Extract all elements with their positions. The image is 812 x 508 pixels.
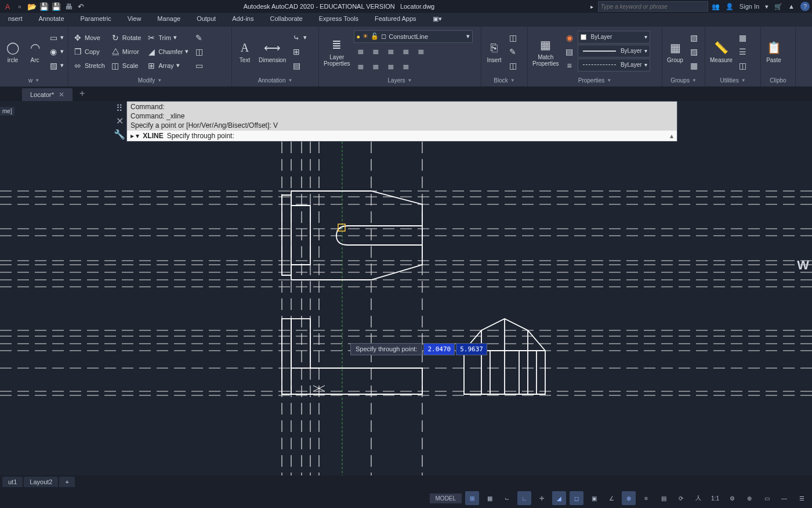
layer-tool3[interactable]: ≣	[384, 44, 398, 58]
grid-toggle[interactable]: ⊞	[465, 491, 479, 505]
extra3-button[interactable]: ▭	[192, 59, 206, 73]
circle-button[interactable]: ◯ ircle	[2, 38, 23, 64]
hatch-button[interactable]: ▨▾	[46, 59, 66, 73]
util3-button[interactable]: ◫	[736, 59, 750, 73]
app-logo-icon[interactable]: A	[2, 1, 13, 12]
max-toggle[interactable]: ▭	[760, 491, 774, 505]
util2-button[interactable]: ☰	[736, 45, 750, 59]
user-icon[interactable]: 👤	[726, 3, 734, 10]
tab-insert[interactable]: nsert	[0, 13, 30, 27]
gear-toggle[interactable]: ⚙	[725, 491, 739, 505]
trim-button[interactable]: ✂Trim▾	[144, 31, 191, 45]
scale-label[interactable]: 1:1	[709, 491, 722, 505]
lineweight-dropdown[interactable]: ByLayer▾	[578, 45, 650, 57]
layer-properties-button[interactable]: ≣ Layer Properties	[321, 35, 353, 68]
dyn-toggle[interactable]: ⊕	[622, 491, 636, 505]
layer-tool6[interactable]: ≣	[354, 59, 368, 73]
table-button[interactable]: ⊞	[289, 45, 309, 59]
layer-dropdown[interactable]: ● ☀ 🔓 ◻ ConstructLine ▾	[354, 30, 473, 43]
hw-toggle[interactable]: —	[777, 491, 791, 505]
extra2-button[interactable]: ◫	[192, 45, 206, 59]
panel-block-label[interactable]: Block▼	[484, 75, 525, 85]
ellipse-button[interactable]: ◉▾	[46, 45, 66, 59]
layout-tab-2[interactable]: Layout2	[24, 477, 58, 487]
dimension-button[interactable]: ⟷Dimension	[256, 38, 288, 64]
signin-icon[interactable]: 👥	[712, 3, 720, 10]
mtext-button[interactable]: ▤	[289, 59, 309, 73]
save-icon[interactable]: 💾	[39, 1, 49, 12]
3dosnap-toggle[interactable]: ▣	[587, 491, 601, 505]
measure-button[interactable]: 📏Measure	[708, 38, 735, 64]
layout-tab-1[interactable]: ut1	[2, 477, 23, 487]
command-window-handle[interactable]: ⠿ ✕ 🔧	[112, 102, 127, 141]
panel-layers-label[interactable]: Layers▼	[321, 75, 478, 85]
anno-toggle[interactable]: 人	[691, 491, 705, 505]
layer-tool1[interactable]: ≣	[354, 44, 368, 58]
sign-in-button[interactable]: Sign In	[740, 3, 759, 10]
new-tab-button[interactable]: +	[74, 86, 90, 101]
scale-button[interactable]: ◫Scale	[108, 59, 143, 73]
help-search-input[interactable]	[598, 1, 708, 12]
insert-button[interactable]: ⎘Insert	[484, 38, 505, 64]
panel-draw-label[interactable]: w▼	[2, 75, 66, 85]
panel-groups-label[interactable]: Groups▼	[665, 75, 702, 85]
plot-icon[interactable]: 🖶	[63, 1, 74, 12]
group-button[interactable]: ▦Group	[665, 38, 686, 64]
move-button[interactable]: ✥Move	[71, 31, 107, 45]
tab-addins[interactable]: Add-ins	[224, 13, 262, 27]
dynamic-input-x[interactable]: 2.0470	[423, 343, 455, 355]
list-button[interactable]: ≡	[563, 59, 577, 73]
ortho-toggle[interactable]: ∟	[517, 491, 531, 505]
panel-annotation-label[interactable]: Annotation▼	[234, 75, 316, 85]
array-button[interactable]: ⊞Array▾	[144, 59, 191, 73]
help-icon[interactable]: ?	[800, 2, 810, 11]
ungroup-button[interactable]: ▧	[687, 31, 701, 45]
layer-tool4[interactable]: ≣	[399, 44, 413, 58]
panel-utilities-label[interactable]: Utilities▼	[708, 75, 758, 85]
open-icon[interactable]: 📂	[27, 1, 37, 12]
layer-tool7[interactable]: ≣	[369, 59, 383, 73]
polar-toggle[interactable]: ✛	[535, 491, 549, 505]
close-tab-icon[interactable]: ✕	[59, 91, 64, 99]
color-wheel-button[interactable]: ◉	[563, 31, 577, 45]
close-cmd-icon[interactable]: ✕	[116, 116, 124, 127]
tab-view[interactable]: View	[119, 13, 150, 27]
file-tab-locator[interactable]: Locator* ✕	[22, 88, 72, 101]
tab-annotate[interactable]: Annotate	[30, 13, 72, 27]
workspace-toggle[interactable]: ⊕	[742, 491, 756, 505]
tab-featured[interactable]: Featured Apps	[367, 13, 425, 27]
edit-block-button[interactable]: ✎	[506, 45, 520, 59]
transparency-button[interactable]: ▤	[563, 45, 577, 59]
saveas-icon[interactable]: 💾	[51, 1, 61, 12]
util1-button[interactable]: ▦	[736, 31, 750, 45]
app-icon[interactable]: ▲	[788, 3, 795, 10]
model-space-button[interactable]: MODEL	[430, 493, 462, 503]
tab-slideout-icon[interactable]: ▣▾	[425, 13, 450, 27]
dynamic-input-y[interactable]: 5.9637	[456, 343, 487, 355]
create-block-button[interactable]: ◫	[506, 31, 520, 45]
cart-icon[interactable]: 🛒	[774, 3, 782, 10]
panel-modify-label[interactable]: Modify▼	[71, 75, 229, 85]
chamfer-button[interactable]: ◢Chamfer▾	[144, 45, 191, 59]
new-icon[interactable]: ▫	[14, 1, 25, 12]
otrack-toggle[interactable]: ∠	[604, 491, 618, 505]
linetype-dropdown[interactable]: ByLayer▾	[578, 59, 650, 71]
osnap-toggle[interactable]: ◻	[570, 491, 583, 505]
iso-toggle[interactable]: ◢	[552, 491, 566, 505]
group-sel-button[interactable]: ▦	[687, 59, 701, 73]
panel-properties-label[interactable]: Properties▼	[530, 75, 659, 85]
match-properties-button[interactable]: ▦Match Properties	[530, 35, 561, 68]
layer-tool2[interactable]: ≣	[369, 44, 383, 58]
mirror-button[interactable]: ⧋Mirror	[108, 45, 143, 59]
color-dropdown[interactable]: ByLayer▾	[578, 31, 650, 44]
arc-button[interactable]: ◠ Arc	[24, 38, 45, 64]
wrench-icon[interactable]: 🔧	[114, 129, 125, 140]
layer-tool5[interactable]: ≣	[414, 44, 428, 58]
paste-button[interactable]: 📋Paste	[763, 38, 784, 64]
layout-tab-add[interactable]: +	[59, 477, 74, 487]
drawing-canvas[interactable]: me]	[0, 101, 812, 485]
rect-button[interactable]: ▭▾	[46, 31, 66, 45]
extra1-button[interactable]: ✎	[192, 31, 206, 45]
text-button[interactable]: AText	[234, 38, 255, 64]
stretch-button[interactable]: ⬄Stretch	[71, 59, 107, 73]
